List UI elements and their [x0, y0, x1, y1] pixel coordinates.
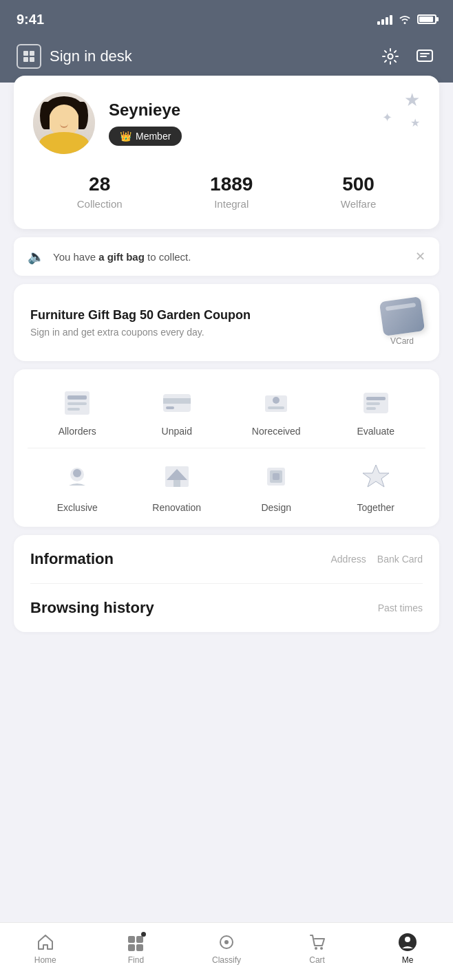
unpaid-icon	[160, 389, 193, 417]
integral-value: 1889	[210, 173, 253, 195]
crown-icon: 👑	[120, 131, 131, 142]
svg-point-38	[405, 937, 410, 942]
order-allorders[interactable]: Allorders	[28, 389, 127, 437]
classify-icon	[216, 932, 237, 952]
address-link[interactable]: Address	[330, 554, 366, 565]
svg-rect-19	[366, 407, 376, 410]
nav-me[interactable]: Me	[362, 932, 453, 965]
member-label: Member	[136, 131, 171, 142]
battery-icon	[417, 14, 436, 24]
section-divider	[28, 448, 425, 448]
design-icon	[259, 459, 293, 494]
find-dot	[141, 932, 146, 937]
star-large: ★	[404, 89, 420, 111]
order-noreceived-label: Noreceived	[252, 426, 301, 437]
svg-rect-3	[30, 57, 34, 62]
svg-rect-7	[67, 395, 87, 400]
signal-icon	[377, 14, 392, 25]
find-icon	[125, 932, 146, 952]
nav-cart-label: Cart	[309, 955, 325, 965]
svg-point-4	[388, 54, 393, 59]
close-notification-button[interactable]: ✕	[415, 249, 425, 264]
nav-classify[interactable]: Classify	[181, 932, 272, 965]
service-design-label: Design	[261, 502, 291, 513]
noreceived-icon	[260, 389, 293, 417]
gift-card-title: Furniture Gift Bag 50 Garden Coupon	[30, 308, 251, 323]
status-icons	[377, 14, 436, 25]
nav-home[interactable]: Home	[0, 932, 91, 965]
svg-rect-0	[23, 51, 28, 56]
past-times-link[interactable]: Past times	[378, 602, 423, 613]
profile-stats: 28 Collection 1889 Integral 500 Welfare	[33, 173, 420, 210]
svg-rect-9	[67, 408, 80, 411]
nav-me-label: Me	[402, 955, 414, 965]
svg-rect-15	[268, 406, 284, 409]
gift-card[interactable]: Furniture Gift Bag 50 Garden Coupon Sign…	[14, 284, 439, 361]
app-logo	[17, 44, 41, 69]
order-unpaid[interactable]: Unpaid	[127, 389, 227, 437]
browsing-history-row: Browsing history Past times	[30, 584, 423, 632]
stars-decoration: ★ ★	[404, 89, 420, 129]
order-noreceived[interactable]: Noreceived	[226, 389, 326, 437]
settings-button[interactable]	[379, 45, 402, 68]
svg-marker-28	[363, 465, 389, 487]
svg-point-21	[73, 469, 81, 477]
home-icon	[35, 932, 56, 952]
svg-rect-2	[23, 57, 28, 62]
svg-rect-11	[163, 398, 191, 404]
svg-rect-18	[366, 402, 380, 405]
svg-rect-30	[136, 936, 143, 943]
information-title: Information	[30, 550, 114, 568]
header-title: Sign in desk	[50, 47, 132, 65]
status-time: 9:41	[17, 12, 44, 28]
star-small: ★	[410, 116, 420, 129]
integral-label: Integral	[210, 198, 253, 210]
svg-rect-17	[366, 397, 386, 400]
browsing-history-title: Browsing history	[30, 599, 154, 617]
profile-top: Seynieye 👑 Member ★ ★ ✦	[33, 92, 420, 154]
service-renovation[interactable]: Renovation	[127, 459, 227, 513]
me-icon	[397, 932, 418, 952]
plus-sign: ✦	[382, 110, 392, 125]
services-grid: Exclusive Renovation	[28, 459, 425, 513]
member-badge: 👑 Member	[109, 127, 182, 146]
svg-rect-32	[136, 944, 143, 951]
profile-card: Seynieye 👑 Member ★ ★ ✦ 28 Collection 18…	[14, 76, 439, 229]
service-design[interactable]: Design	[226, 459, 326, 513]
order-evaluate-label: Evaluate	[357, 426, 394, 437]
bankcard-link[interactable]: Bank Card	[377, 554, 423, 565]
information-row: Information Address Bank Card	[30, 535, 423, 583]
svg-rect-31	[128, 944, 135, 951]
allorders-icon	[61, 389, 94, 417]
information-section: Information Address Bank Card Browsing h…	[14, 535, 439, 632]
bottom-nav: Home Find Classify	[0, 922, 453, 980]
header-left: Sign in desk	[17, 44, 132, 69]
profile-name: Seynieye	[109, 100, 420, 120]
order-unpaid-label: Unpaid	[162, 426, 192, 437]
svg-rect-29	[128, 936, 135, 943]
svg-rect-12	[166, 406, 174, 409]
welfare-label: Welfare	[341, 198, 376, 210]
notification-banner: 🔈 You have a gift bag to collect. ✕	[14, 237, 439, 276]
order-evaluate[interactable]: Evaluate	[326, 389, 426, 437]
evaluate-icon	[359, 389, 392, 417]
nav-find[interactable]: Find	[91, 932, 182, 965]
nav-cart[interactable]: Cart	[272, 932, 363, 965]
profile-info: Seynieye 👑 Member	[109, 100, 420, 146]
avatar	[33, 92, 95, 154]
stat-integral[interactable]: 1889 Integral	[210, 173, 253, 210]
service-together[interactable]: Together	[326, 459, 426, 513]
notification-left: 🔈 You have a gift bag to collect.	[28, 248, 191, 265]
cart-icon	[307, 932, 328, 952]
speaker-icon: 🔈	[28, 248, 45, 265]
notification-text: You have a gift bag to collect.	[53, 251, 191, 263]
message-button[interactable]	[413, 45, 436, 68]
gift-card-content: Furniture Gift Bag 50 Garden Coupon Sign…	[30, 308, 251, 338]
stat-collection[interactable]: 28 Collection	[77, 173, 123, 210]
service-exclusive[interactable]: Exclusive	[28, 459, 127, 513]
svg-rect-8	[67, 402, 87, 405]
vcard-visual	[379, 296, 425, 336]
welfare-value: 500	[341, 173, 376, 195]
stat-welfare[interactable]: 500 Welfare	[341, 173, 376, 210]
nav-find-label: Find	[128, 955, 144, 965]
